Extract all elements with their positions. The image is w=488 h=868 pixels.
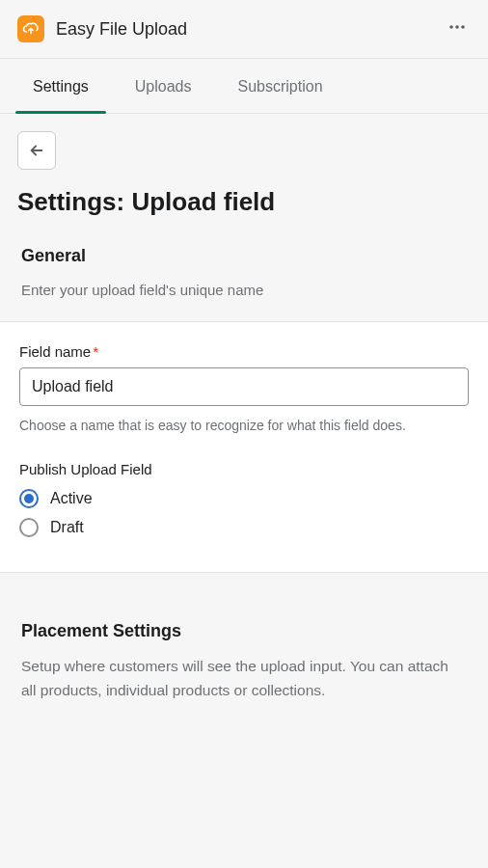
svg-point-2 xyxy=(461,25,465,29)
radio-active-indicator xyxy=(19,489,39,508)
placement-section-header: Placement Settings Setup where customers… xyxy=(17,621,471,703)
tab-subscription[interactable]: Subscription xyxy=(234,59,327,113)
field-name-input[interactable] xyxy=(19,367,469,406)
app-title: Easy File Upload xyxy=(56,19,187,40)
placement-description: Setup where customers will see the uploa… xyxy=(21,655,467,703)
field-name-help: Choose a name that is easy to recognize … xyxy=(19,416,469,436)
page-title: Settings: Upload field xyxy=(17,187,471,217)
app-title-wrap: Easy File Upload xyxy=(17,15,187,42)
back-button[interactable] xyxy=(17,131,56,170)
tab-settings[interactable]: Settings xyxy=(29,59,93,113)
publish-label: Publish Upload Field xyxy=(19,461,469,477)
required-indicator: * xyxy=(93,343,98,360)
general-section-header: General Enter your upload field's unique… xyxy=(17,246,471,300)
radio-draft-indicator xyxy=(19,518,39,537)
content: Settings: Upload field General Enter you… xyxy=(0,114,488,703)
radio-draft[interactable]: Draft xyxy=(19,518,469,537)
radio-active-label: Active xyxy=(50,490,93,507)
app-icon xyxy=(17,15,44,42)
svg-point-1 xyxy=(455,25,459,29)
more-horizontal-icon xyxy=(447,17,467,37)
radio-active[interactable]: Active xyxy=(19,489,469,508)
tab-uploads[interactable]: Uploads xyxy=(131,59,196,113)
more-menu-button[interactable] xyxy=(444,14,471,44)
tabs: Settings Uploads Subscription xyxy=(0,59,488,114)
field-name-label-row: Field name* xyxy=(19,343,469,360)
arrow-left-icon xyxy=(28,142,45,159)
general-card: Field name* Choose a name that is easy t… xyxy=(0,321,488,573)
placement-title: Placement Settings xyxy=(21,621,467,641)
field-name-label: Field name xyxy=(19,343,91,360)
general-description: Enter your upload field's unique name xyxy=(21,280,467,300)
topbar: Easy File Upload xyxy=(0,0,488,59)
svg-point-0 xyxy=(449,25,453,29)
radio-draft-label: Draft xyxy=(50,519,84,536)
general-title: General xyxy=(21,246,467,266)
